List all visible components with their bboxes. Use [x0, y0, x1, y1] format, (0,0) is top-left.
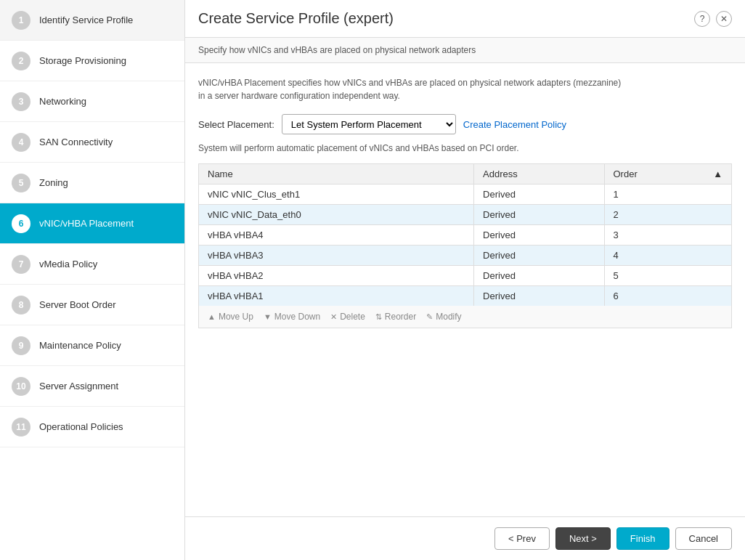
cancel-button[interactable]: Cancel [675, 527, 732, 550]
step-number: 8 [12, 296, 30, 315]
sidebar: 1 Identify Service Profile 2 Storage Pro… [0, 0, 185, 560]
table-row[interactable]: vHBA vHBA2 Derived 5 [199, 266, 732, 286]
delete-icon: ✕ [330, 312, 337, 322]
sidebar-item-operational-policies[interactable]: 11 Operational Policies [0, 407, 184, 447]
sidebar-item-label: Server Assignment [39, 381, 118, 391]
reorder-label: Reorder [385, 312, 416, 322]
step-number: 11 [12, 418, 30, 437]
info-bar-text: Specify how vNICs and vHBAs are placed o… [198, 45, 476, 55]
prev-button[interactable]: < Prev [494, 527, 550, 550]
close-button[interactable]: ✕ [716, 11, 732, 27]
modify-label: Modify [436, 312, 461, 322]
move-up-icon: ▲ [208, 312, 216, 321]
sidebar-item-label: Identify Service Profile [39, 15, 133, 25]
header-icons: ? ✕ [694, 11, 732, 27]
sidebar-item-label: vNIC/vHBA Placement [39, 218, 134, 229]
cell-order: 1 [604, 184, 732, 205]
cell-name: vHBA vHBA1 [199, 286, 474, 307]
cell-name: vHBA vHBA4 [199, 225, 474, 245]
cell-address: Derived [474, 286, 604, 307]
move-down-button[interactable]: ▼ Move Down [264, 312, 320, 322]
step-number: 3 [12, 92, 30, 111]
move-down-icon: ▼ [264, 312, 272, 321]
table-toolbar: ▲ Move Up ▼ Move Down ✕ Delete ⇅ Reorder… [198, 306, 732, 328]
cell-order: 3 [604, 225, 732, 245]
dialog-header: Create Service Profile (expert) ? ✕ [185, 0, 745, 38]
finish-button[interactable]: Finish [616, 527, 669, 550]
sidebar-item-vmedia-policy[interactable]: 7 vMedia Policy [0, 244, 184, 285]
sidebar-item-san-connectivity[interactable]: 4 SAN Connectivity [0, 122, 184, 163]
cell-name: vNIC vNIC_Data_eth0 [199, 205, 474, 225]
reorder-icon: ⇅ [375, 312, 382, 322]
move-up-label: Move Up [219, 312, 253, 322]
sidebar-item-label: Zoning [39, 177, 68, 188]
move-down-label: Move Down [274, 312, 320, 322]
content-area: vNIC/vHBA Placement specifies how vNICs … [185, 63, 745, 516]
sidebar-item-label: Storage Provisioning [39, 55, 126, 66]
placement-table: Name Address Order ▲ vNIC vNIC_Clus_eth1… [198, 163, 732, 306]
col-header-order: Order ▲ [604, 164, 732, 184]
cell-name: vHBA vHBA2 [199, 266, 474, 286]
sidebar-item-zoning[interactable]: 5 Zoning [0, 163, 184, 203]
step-number: 9 [12, 336, 30, 355]
help-button[interactable]: ? [694, 11, 710, 27]
sidebar-item-identify-service-profile[interactable]: 1 Identify Service Profile [0, 0, 184, 41]
table-row[interactable]: vHBA vHBA4 Derived 3 [199, 225, 732, 245]
create-placement-policy-link[interactable]: Create Placement Policy [463, 119, 566, 130]
description-line1: vNIC/vHBA Placement specifies how vNICs … [198, 78, 621, 88]
sidebar-item-networking[interactable]: 3 Networking [0, 81, 184, 122]
select-placement-label: Select Placement: [198, 119, 274, 130]
auto-placement-text: System will perform automatic placement … [198, 143, 732, 153]
step-number: 2 [12, 52, 30, 70]
table-row[interactable]: vNIC vNIC_Clus_eth1 Derived 1 [199, 184, 732, 205]
modify-icon: ✎ [426, 312, 433, 322]
sidebar-item-label: Server Boot Order [39, 299, 116, 310]
delete-label: Delete [340, 312, 365, 322]
step-number: 5 [12, 174, 30, 192]
sidebar-item-maintenance-policy[interactable]: 9 Maintenance Policy [0, 325, 184, 366]
sidebar-item-label: Networking [39, 96, 86, 107]
move-up-button[interactable]: ▲ Move Up [208, 312, 253, 322]
cell-order: 2 [604, 205, 732, 225]
sidebar-item-vnic/vhba-placement[interactable]: 6 vNIC/vHBA Placement [0, 203, 184, 244]
info-bar: Specify how vNICs and vHBAs are placed o… [185, 38, 745, 63]
cell-address: Derived [474, 245, 604, 266]
next-button[interactable]: Next > [555, 527, 611, 550]
sidebar-item-server-assignment[interactable]: 10 Server Assignment [0, 366, 184, 407]
cell-name: vNIC vNIC_Clus_eth1 [199, 184, 474, 205]
sidebar-item-server-boot-order[interactable]: 8 Server Boot Order [0, 285, 184, 325]
col-header-name: Name [199, 164, 474, 184]
col-header-address: Address [474, 164, 604, 184]
step-number: 10 [12, 377, 30, 396]
step-number: 7 [12, 255, 30, 274]
sidebar-item-storage-provisioning[interactable]: 2 Storage Provisioning [0, 41, 184, 81]
sidebar-item-label: Maintenance Policy [39, 340, 121, 351]
cell-address: Derived [474, 205, 604, 225]
description-line2: in a server hardware configuration indep… [198, 91, 400, 101]
description: vNIC/vHBA Placement specifies how vNICs … [198, 76, 732, 102]
dialog-title: Create Service Profile (expert) [198, 10, 394, 27]
sidebar-item-label: vMedia Policy [39, 259, 97, 269]
step-number: 1 [12, 11, 30, 30]
table-row[interactable]: vNIC vNIC_Data_eth0 Derived 2 [199, 205, 732, 225]
cell-address: Derived [474, 225, 604, 245]
sidebar-item-label: Operational Policies [39, 421, 123, 432]
step-number: 4 [12, 133, 30, 152]
cell-address: Derived [474, 266, 604, 286]
delete-button[interactable]: ✕ Delete [330, 312, 365, 322]
table-row[interactable]: vHBA vHBA1 Derived 6 [199, 286, 732, 307]
cell-name: vHBA vHBA3 [199, 245, 474, 266]
sidebar-item-label: SAN Connectivity [39, 137, 113, 147]
placement-row: Select Placement: Let System Perform Pla… [198, 114, 732, 134]
step-number: 6 [12, 214, 30, 233]
table-row[interactable]: vHBA vHBA3 Derived 4 [199, 245, 732, 266]
modify-button[interactable]: ✎ Modify [426, 312, 461, 322]
cell-order: 6 [604, 286, 732, 307]
cell-order: 5 [604, 266, 732, 286]
reorder-button[interactable]: ⇅ Reorder [375, 312, 416, 322]
cell-address: Derived [474, 184, 604, 205]
dialog-footer: < Prev Next > Finish Cancel [185, 516, 745, 560]
cell-order: 4 [604, 245, 732, 266]
sort-arrow-icon: ▲ [713, 169, 722, 179]
placement-select[interactable]: Let System Perform Placement [282, 114, 456, 134]
